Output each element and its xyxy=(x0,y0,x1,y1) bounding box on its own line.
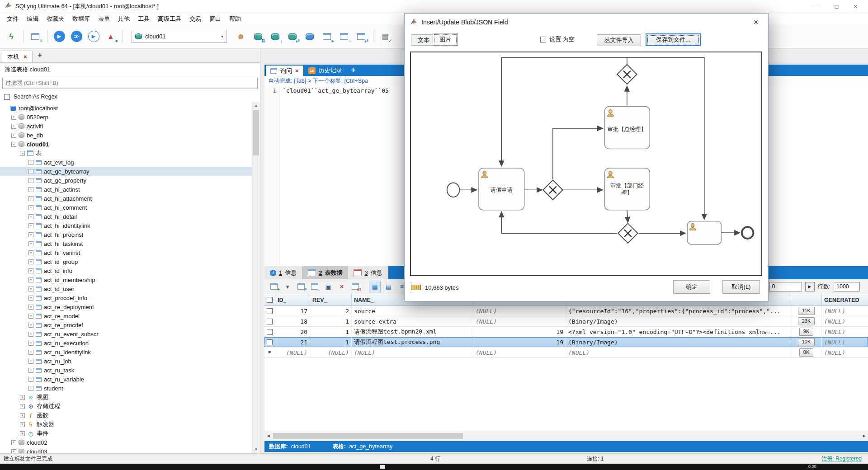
tree-item-函数[interactable]: +ƒ函数 xyxy=(0,411,252,420)
db-backup-icon[interactable]: ⇅ xyxy=(251,29,265,44)
expander-icon[interactable]: + xyxy=(28,241,33,246)
scroll-down-icon[interactable]: ▼ xyxy=(252,446,260,453)
scroll-left-icon[interactable]: ◀ xyxy=(264,432,272,440)
tree-item-act_ru_execution[interactable]: +act_ru_execution xyxy=(0,338,252,348)
tree-item-act_ru_task[interactable]: +act_ru_task xyxy=(0,366,252,375)
expander-icon[interactable]: + xyxy=(28,205,33,210)
blob-size-button[interactable]: 11K xyxy=(798,307,815,315)
blob-size-button[interactable]: 9K xyxy=(799,328,813,336)
offset-input[interactable] xyxy=(769,282,802,291)
scrollbar-thumb[interactable] xyxy=(253,110,259,155)
tree-item-cloud01[interactable]: -cloud01 xyxy=(0,140,252,149)
table-row[interactable]: 201请假流程图test.bpmn20.xml19<?xml version="… xyxy=(264,327,868,337)
expander-icon[interactable]: + xyxy=(28,277,33,282)
tree-item-cloud02[interactable]: +cloud02 xyxy=(0,438,252,447)
tree-item-act_ru_variable[interactable]: +act_ru_variable xyxy=(0,375,252,384)
stop-edit-icon[interactable]: ∅ xyxy=(349,281,361,292)
grid-horizontal-scrollbar[interactable]: ◀ ▶ xyxy=(264,432,868,440)
menu-item[interactable]: 交易 xyxy=(185,14,205,24)
row-checkbox[interactable] xyxy=(267,308,273,314)
row-count-input[interactable] xyxy=(834,282,860,291)
select-all-checkbox[interactable] xyxy=(267,297,273,303)
menu-item[interactable]: 其他 xyxy=(114,14,134,24)
table-structure-icon[interactable]: ≡ xyxy=(337,29,351,44)
table-row[interactable]: 172source(NULL){"resourceId":"16","prope… xyxy=(264,306,868,316)
expander-icon[interactable]: + xyxy=(28,332,33,337)
close-query-tab-icon[interactable]: × xyxy=(295,67,299,74)
column-header[interactable] xyxy=(791,294,822,306)
execute-all-icon[interactable]: ≫ xyxy=(69,29,84,44)
regex-checkbox[interactable] xyxy=(4,94,10,100)
blob-size-button[interactable]: 0K xyxy=(799,348,813,357)
scroll-up-icon[interactable]: ▲ xyxy=(252,102,260,109)
connect-icon[interactable]: ϟ xyxy=(4,29,19,44)
expander-icon[interactable]: + xyxy=(28,223,33,228)
scroll-right-icon[interactable]: ▶ xyxy=(860,432,868,440)
expander-icon[interactable]: + xyxy=(28,178,33,183)
save-changes-icon[interactable]: ▣ xyxy=(322,281,334,292)
db-sync-icon[interactable]: ⇄ xyxy=(285,29,300,44)
tab-query[interactable]: 询问 × xyxy=(265,65,304,76)
column-header-generated[interactable]: GENERATED xyxy=(822,294,868,306)
expander-icon[interactable]: + xyxy=(28,386,33,391)
tree-item-act_ge_bytearray[interactable]: +act_ge_bytearray xyxy=(0,167,252,176)
tab-image[interactable]: 图片 xyxy=(433,33,458,46)
execute-query-icon[interactable]: ▶ xyxy=(52,29,66,44)
expander-icon[interactable]: + xyxy=(28,214,33,219)
registration-link[interactable]: 注册: Registered xyxy=(821,454,862,464)
menu-item[interactable]: 文件 xyxy=(3,14,23,24)
filter-input[interactable] xyxy=(2,78,258,89)
row-checkbox[interactable] xyxy=(267,329,273,335)
blob-size-button[interactable]: 23K xyxy=(798,317,815,325)
tab-history[interactable]: 18 历史记录 xyxy=(304,65,347,76)
menu-item[interactable]: 工具 xyxy=(134,14,154,24)
tree-item-act_procdef_info[interactable]: +act_procdef_info xyxy=(0,293,252,302)
add-row-icon[interactable]: + xyxy=(268,281,280,292)
options-dropdown-icon[interactable]: ▾ xyxy=(282,281,293,292)
tree-item-act_id_membership[interactable]: +act_id_membership xyxy=(0,275,252,284)
expander-icon[interactable]: + xyxy=(28,169,33,174)
database-selector[interactable]: cloud01 ▾ xyxy=(132,30,227,43)
new-table-icon[interactable]: + xyxy=(28,29,42,44)
expander-icon[interactable]: + xyxy=(11,115,16,120)
expander-icon[interactable]: + xyxy=(28,232,33,237)
table-row[interactable]: 181source-extra(NULL)(Binary/Image)23K(N… xyxy=(264,316,868,327)
tree-item-act_hi_detail[interactable]: +act_hi_detail xyxy=(0,212,252,221)
tree-item-act_re_deployment[interactable]: +act_re_deployment xyxy=(0,302,252,311)
tree-item-act_hi_actinst[interactable]: +act_hi_actinst xyxy=(0,185,252,194)
menu-item[interactable]: 帮助 xyxy=(225,14,245,24)
user-manager-icon[interactable]: ☻ xyxy=(234,29,248,44)
menu-item[interactable]: 数据库 xyxy=(68,14,94,24)
expander-icon[interactable]: + xyxy=(28,196,33,201)
import-from-file-button[interactable]: 丛文件导入 xyxy=(597,34,641,46)
tree-item-视图[interactable]: +∞视图 xyxy=(0,393,252,402)
menu-item[interactable]: 表单 xyxy=(94,14,114,24)
menu-item[interactable]: 收藏夹 xyxy=(42,14,68,24)
scrollbar-thumb[interactable] xyxy=(273,433,463,439)
expander-icon[interactable]: + xyxy=(28,296,33,301)
tab-result-3[interactable]: 3信息 xyxy=(348,266,388,279)
cancel-button[interactable]: 取消(L) xyxy=(722,280,760,294)
menu-item[interactable]: 高级工具 xyxy=(154,14,185,24)
expander-icon[interactable]: + xyxy=(20,395,25,400)
set-null-checkbox[interactable] xyxy=(540,37,546,42)
tree-item-act_id_info[interactable]: +act_id_info xyxy=(0,266,252,275)
tab-result-2[interactable]: 2表数据 xyxy=(302,266,348,279)
tree-item-act_id_user[interactable]: +act_id_user xyxy=(0,284,252,293)
expander-icon[interactable]: + xyxy=(28,187,33,192)
tree-item-act_hi_procinst[interactable]: +act_hi_procinst xyxy=(0,230,252,239)
expander-icon[interactable]: + xyxy=(28,341,33,346)
expander-icon[interactable]: + xyxy=(28,359,33,364)
tree-item-root@localhost[interactable]: root@localhost xyxy=(0,103,252,113)
tree-item-存储过程[interactable]: +⊛存储过程 xyxy=(0,402,252,411)
tree-item-act_ru_identitylink[interactable]: +act_ru_identitylink xyxy=(0,348,252,357)
add-query-tab-button[interactable]: + xyxy=(351,66,355,75)
delete-row-icon[interactable]: × xyxy=(336,281,348,292)
tree-item-student[interactable]: +student xyxy=(0,384,252,393)
expander-icon[interactable]: + xyxy=(28,377,33,382)
tree-item-cloud03[interactable]: +cloud03 xyxy=(0,447,252,453)
menu-item[interactable]: 编辑 xyxy=(23,14,42,24)
tree-item-act_evt_log[interactable]: +act_evt_log xyxy=(0,158,252,167)
expander-icon[interactable]: + xyxy=(11,440,16,445)
tree-scrollbar[interactable]: ▲ ▼ xyxy=(252,102,260,453)
